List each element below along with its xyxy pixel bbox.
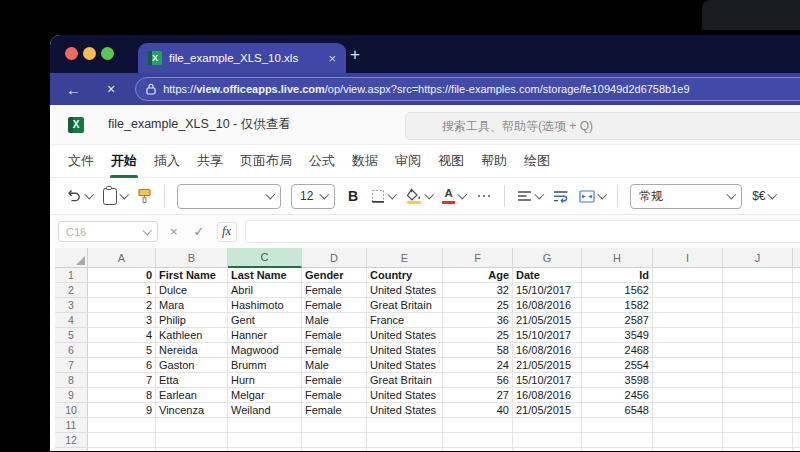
column-header-D[interactable]: D: [302, 248, 367, 268]
cell-H6[interactable]: 2468: [582, 343, 653, 358]
cell-A11[interactable]: [88, 418, 156, 433]
cell-E5[interactable]: United States: [367, 328, 443, 343]
cell-B12[interactable]: [156, 433, 228, 448]
cell-A9[interactable]: 8: [88, 388, 156, 403]
cell-F5[interactable]: 25: [443, 328, 513, 343]
cell-A6[interactable]: 5: [88, 343, 156, 358]
cell-E9[interactable]: United States: [367, 388, 443, 403]
cell-J2[interactable]: [723, 283, 793, 298]
column-header-E[interactable]: E: [367, 248, 443, 268]
cell-C8[interactable]: Hurn: [228, 373, 302, 388]
cell-C4[interactable]: Gent: [228, 313, 302, 328]
cell-J6[interactable]: [723, 343, 793, 358]
cell-D11[interactable]: [302, 418, 367, 433]
format-painter-button[interactable]: [137, 188, 152, 204]
cell-G11[interactable]: [513, 418, 582, 433]
cell-C11[interactable]: [228, 418, 302, 433]
insert-function-button[interactable]: fx: [217, 222, 237, 242]
menu-tab-5[interactable]: 公式: [308, 152, 336, 170]
cell-B11[interactable]: [156, 418, 228, 433]
cell-I12[interactable]: [653, 433, 723, 448]
cell-G3[interactable]: 16/08/2016: [513, 298, 582, 313]
cell-D8[interactable]: Female: [302, 373, 367, 388]
name-box[interactable]: C16: [58, 221, 158, 242]
cell-G7[interactable]: 21/05/2015: [513, 358, 582, 373]
cell-F9[interactable]: 27: [443, 388, 513, 403]
cell-G6[interactable]: 16/08/2016: [513, 343, 582, 358]
search-input[interactable]: [405, 112, 800, 140]
menu-tab-10[interactable]: 绘图: [523, 152, 551, 170]
cell-I13[interactable]: [653, 448, 723, 451]
cell-I10[interactable]: [653, 403, 723, 418]
cell-D3[interactable]: Female: [302, 298, 367, 313]
cell-J4[interactable]: [723, 313, 793, 328]
cell-F7[interactable]: 24: [443, 358, 513, 373]
currency-format-button[interactable]: $€: [752, 189, 776, 203]
row-header-10[interactable]: 10: [55, 403, 88, 418]
number-format-select[interactable]: 常规: [630, 184, 742, 209]
cell-B5[interactable]: Kathleen: [156, 328, 228, 343]
cell-H2[interactable]: 1562: [582, 283, 653, 298]
cell-C5[interactable]: Hanner: [228, 328, 302, 343]
cell-I9[interactable]: [653, 388, 723, 403]
cell-E10[interactable]: United States: [367, 403, 443, 418]
tab-close-icon[interactable]: ×: [328, 51, 336, 66]
cell-C10[interactable]: Weiland: [228, 403, 302, 418]
borders-button[interactable]: [371, 189, 396, 203]
cell-H5[interactable]: 3549: [582, 328, 653, 343]
select-all-corner[interactable]: [55, 248, 88, 268]
cell-J5[interactable]: [723, 328, 793, 343]
menu-tab-1[interactable]: 开始: [110, 152, 138, 170]
cell-C9[interactable]: Melgar: [228, 388, 302, 403]
row-header-3[interactable]: 3: [55, 298, 88, 313]
cell-E1[interactable]: Country: [367, 268, 443, 283]
cell-H9[interactable]: 2456: [582, 388, 653, 403]
undo-button[interactable]: [66, 189, 93, 203]
cell-I8[interactable]: [653, 373, 723, 388]
cell-D10[interactable]: Female: [302, 403, 367, 418]
row-header-1[interactable]: 1: [55, 268, 88, 283]
cell-H1[interactable]: Id: [582, 268, 653, 283]
cell-F3[interactable]: 25: [443, 298, 513, 313]
cell-E3[interactable]: Great Britain: [367, 298, 443, 313]
cell-J12[interactable]: [723, 433, 793, 448]
column-header-G[interactable]: G: [513, 248, 582, 268]
window-zoom-button[interactable]: [101, 47, 114, 60]
font-name-select[interactable]: [177, 184, 281, 209]
cell-A2[interactable]: 1: [88, 283, 156, 298]
cell-J3[interactable]: [723, 298, 793, 313]
cell-C7[interactable]: Brumm: [228, 358, 302, 373]
cell-A4[interactable]: 3: [88, 313, 156, 328]
align-button[interactable]: [517, 190, 543, 202]
cell-I11[interactable]: [653, 418, 723, 433]
cell-I1[interactable]: [653, 268, 723, 283]
cell-G2[interactable]: 15/10/2017: [513, 283, 582, 298]
cell-B1[interactable]: First Name: [156, 268, 228, 283]
cell-F1[interactable]: Age: [443, 268, 513, 283]
cell-D6[interactable]: Female: [302, 343, 367, 358]
cell-F10[interactable]: 40: [443, 403, 513, 418]
cell-J9[interactable]: [723, 388, 793, 403]
cell-F12[interactable]: [443, 433, 513, 448]
cell-G8[interactable]: 15/10/2017: [513, 373, 582, 388]
cell-J10[interactable]: [723, 403, 793, 418]
browser-tab[interactable]: X file_example_XLS_10.xls ×: [138, 43, 346, 73]
cell-F11[interactable]: [443, 418, 513, 433]
font-color-button[interactable]: A: [442, 188, 466, 204]
address-bar[interactable]: https://view.officeapps.live.com/op/view…: [135, 77, 800, 101]
row-header-4[interactable]: 4: [55, 313, 88, 328]
cell-J7[interactable]: [723, 358, 793, 373]
cell-F8[interactable]: 56: [443, 373, 513, 388]
cell-E2[interactable]: United States: [367, 283, 443, 298]
cell-H3[interactable]: 1582: [582, 298, 653, 313]
cell-G12[interactable]: [513, 433, 582, 448]
cell-F13[interactable]: [443, 448, 513, 451]
back-button[interactable]: ←: [66, 82, 81, 97]
cell-H11[interactable]: [582, 418, 653, 433]
menu-tab-8[interactable]: 视图: [437, 152, 465, 170]
column-header-I[interactable]: I: [653, 248, 723, 268]
cell-E12[interactable]: [367, 433, 443, 448]
stop-button[interactable]: ×: [107, 82, 115, 96]
cell-C12[interactable]: [228, 433, 302, 448]
paste-button[interactable]: [103, 188, 128, 205]
